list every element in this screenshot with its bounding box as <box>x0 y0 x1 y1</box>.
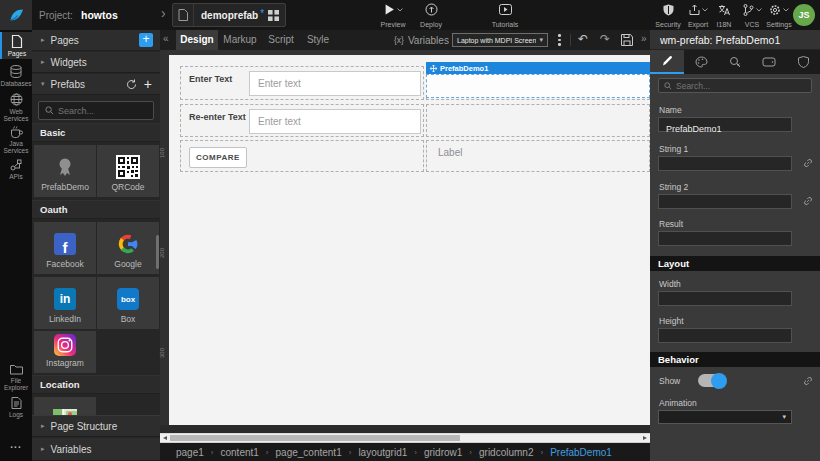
more-options-icon[interactable] <box>558 34 561 46</box>
grid-cell-enter-text[interactable]: Enter Text <box>180 66 424 100</box>
security-button[interactable]: Security <box>650 3 686 28</box>
reenter-text-label[interactable]: Re-enter Text <box>189 112 246 122</box>
prefab-tile-prefabdemo[interactable]: PrefabDemo <box>34 145 96 197</box>
breadcrumb-item[interactable]: layoutgrid1 <box>358 447 407 458</box>
variables-x-icon: {x} <box>394 35 404 45</box>
rail-item-databases[interactable]: Databases <box>0 62 32 89</box>
settings-button[interactable]: Settings <box>763 3 795 28</box>
group-header-location: Location <box>32 375 160 394</box>
name-field[interactable] <box>658 117 792 132</box>
grid-view-icon[interactable] <box>268 10 279 21</box>
enter-text-input[interactable] <box>249 71 421 96</box>
panel-section-widgets[interactable]: ▸ Widgets <box>32 52 160 73</box>
undo-icon[interactable]: ↶ <box>578 32 588 46</box>
compare-button[interactable]: COMPARE <box>189 147 247 168</box>
device-selector[interactable]: Laptop with MDPI Screen ▾ <box>452 33 548 47</box>
app-logo[interactable] <box>0 0 32 30</box>
prefab-tile-map[interactable] <box>34 397 96 415</box>
deploy-button[interactable]: Deploy <box>413 3 449 28</box>
dirty-indicator: * <box>260 8 264 19</box>
user-avatar[interactable]: JS <box>793 4 815 26</box>
grid-cell-label[interactable]: Label <box>426 140 650 172</box>
scroll-left-arrow[interactable] <box>163 436 167 440</box>
design-canvas-page[interactable]: Enter Text PrefabDemo1 Re-enter Text COM… <box>169 55 650 425</box>
prefab-tile-instagram[interactable]: Instagram <box>34 331 96 373</box>
prefab-search[interactable] <box>38 101 154 120</box>
prefab-search-input[interactable] <box>58 106 148 116</box>
prefab-tile-box[interactable]: box Box <box>97 277 159 329</box>
breadcrumb-item[interactable]: gridrow1 <box>424 447 462 458</box>
height-field[interactable] <box>658 328 792 343</box>
string2-field[interactable] <box>658 194 792 209</box>
collapse-panel-icon[interactable]: « <box>163 33 169 44</box>
breadcrumb-item[interactable]: page_content1 <box>276 447 342 458</box>
label-widget[interactable]: Label <box>438 147 462 158</box>
rail-item-logs[interactable]: Logs <box>0 394 32 421</box>
rail-item-java-services[interactable]: Java Services <box>0 125 32 155</box>
grid-cell-empty[interactable] <box>426 104 650 137</box>
panel-section-page-structure[interactable]: ▸ Page Structure <box>32 415 160 437</box>
grid-cell-reenter-text[interactable]: Re-enter Text <box>180 104 424 137</box>
result-field[interactable] <box>658 231 792 246</box>
tab-script[interactable]: Script <box>262 30 300 50</box>
bind-string2-icon[interactable] <box>803 196 813 206</box>
enter-text-label[interactable]: Enter Text <box>189 74 232 84</box>
breadcrumb-item-active[interactable]: PrefabDemo1 <box>550 447 612 458</box>
inspector-search-input[interactable] <box>676 81 796 91</box>
variables-menu[interactable]: {x} Variables <box>394 30 459 50</box>
add-prefab-icon[interactable]: + <box>144 79 152 89</box>
width-field[interactable] <box>658 291 792 306</box>
preview-button[interactable]: Preview <box>371 3 415 28</box>
tutorials-button[interactable]: Tutorials <box>485 3 525 28</box>
panel-section-pages[interactable]: ▸ Pages + <box>32 30 160 51</box>
inspector-search[interactable] <box>658 78 812 93</box>
scrollbar-thumb[interactable] <box>170 435 460 441</box>
prefab-tile-facebook[interactable]: f Facebook <box>34 222 96 274</box>
toolbar-divider <box>570 34 571 46</box>
prefab-tile-linkedin[interactable]: in LinkedIn <box>34 277 96 329</box>
tab-markup[interactable]: Markup <box>218 30 262 50</box>
prefab-tile-qrcode[interactable]: QRCode <box>97 145 159 197</box>
top-bar: Project: howtos › demoprefab * Preview D… <box>0 0 820 30</box>
inspector-panel: wm-prefab: PrefabDemo1 Name String 1 Str… <box>650 30 820 461</box>
bind-string1-icon[interactable] <box>803 158 813 168</box>
prefab-widget-body[interactable] <box>426 74 650 98</box>
tab-device[interactable] <box>752 50 786 74</box>
panel-section-prefabs[interactable]: ▾ Prefabs + <box>32 74 160 95</box>
save-icon[interactable] <box>621 34 633 46</box>
grid-cell-compare[interactable]: COMPARE <box>180 140 424 172</box>
rail-item-file-explorer[interactable]: File Explorer <box>0 362 32 392</box>
show-toggle[interactable] <box>698 374 726 387</box>
tab-style[interactable]: Style <box>300 30 336 50</box>
animation-select[interactable]: ▾ <box>658 410 792 424</box>
breadcrumb-item[interactable]: content1 <box>220 447 258 458</box>
bind-show-icon[interactable] <box>803 376 813 386</box>
add-page-button[interactable]: + <box>139 33 153 47</box>
string1-field[interactable] <box>658 156 792 171</box>
refresh-icon[interactable] <box>126 79 137 90</box>
tab-design[interactable]: Design <box>176 30 218 50</box>
i18n-button[interactable]: I18N <box>710 3 738 28</box>
rail-item-pages[interactable]: Pages <box>0 32 32 59</box>
vcs-button[interactable]: VCS <box>738 3 766 28</box>
reenter-text-input[interactable] <box>249 109 421 134</box>
rail-item-web-services[interactable]: Web Services <box>0 92 32 122</box>
prefab-tile-google[interactable]: Google <box>97 222 159 274</box>
redo-icon[interactable]: ↷ <box>600 32 610 46</box>
breadcrumb-item[interactable]: gridcolumn2 <box>479 447 533 458</box>
panel-section-variables[interactable]: ▸ Variables <box>32 438 160 461</box>
horizontal-scrollbar[interactable] <box>160 433 650 443</box>
breadcrumb-item[interactable]: page1 <box>176 447 204 458</box>
project-name[interactable]: howtos <box>81 9 118 21</box>
rail-item-apis[interactable]: APIs <box>0 157 32 182</box>
rail-more-button[interactable]: ... <box>0 438 32 452</box>
tab-search-props[interactable] <box>718 50 752 74</box>
page-tab[interactable]: demoprefab * <box>172 3 286 27</box>
tab-styles[interactable] <box>684 50 718 74</box>
expand-panel-icon[interactable]: » <box>641 33 647 44</box>
scroll-right-arrow[interactable] <box>643 436 647 440</box>
tab-security[interactable] <box>786 50 820 74</box>
prefab-widget-title: PrefabDemo1 <box>440 64 488 73</box>
prefab-widget-header[interactable]: PrefabDemo1 <box>426 62 650 74</box>
tab-properties[interactable] <box>650 50 684 74</box>
